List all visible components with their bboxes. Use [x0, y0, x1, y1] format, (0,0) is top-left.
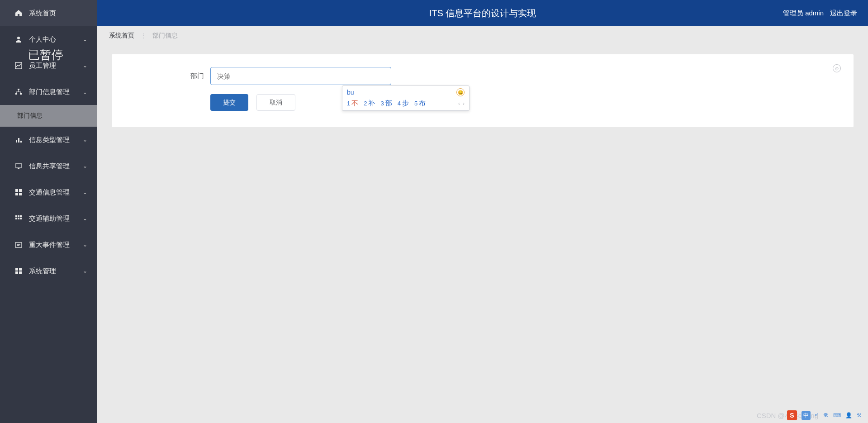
svg-rect-9 — [18, 168, 19, 169]
nav-dept[interactable]: 部门信息管理 ⌃ — [0, 79, 97, 105]
share-icon — [14, 162, 23, 170]
logout-link[interactable]: 退出登录 — [830, 9, 857, 18]
breadcrumb-home[interactable]: 系统首页 — [109, 32, 134, 40]
svg-rect-2 — [18, 89, 19, 90]
ime-taskbar: S 中 •ʼ 🛠 ⌨ 👤 ⚒ — [787, 410, 862, 420]
grid-icon — [14, 188, 23, 196]
svg-rect-16 — [20, 215, 22, 217]
svg-rect-10 — [15, 189, 18, 192]
nav-traffic[interactable]: 交通信息管理 ⌄ — [0, 179, 97, 205]
nav-label: 系统首页 — [29, 9, 87, 18]
svg-rect-21 — [15, 268, 18, 271]
ime-punct-icon[interactable]: •ʼ — [815, 412, 819, 418]
nav-label: 交通辅助管理 — [29, 214, 83, 223]
nav-label: 信息共享管理 — [29, 162, 83, 171]
dept-label: 部门 — [130, 72, 210, 81]
nav-share[interactable]: 信息共享管理 ⌄ — [0, 153, 97, 179]
chart-icon — [14, 62, 23, 70]
user-icon — [14, 35, 23, 43]
ime-candidate[interactable]: 3部 — [380, 99, 392, 108]
sogou-icon[interactable]: S — [787, 410, 797, 420]
nav-infotype[interactable]: 信息类型管理 ⌄ — [0, 127, 97, 153]
svg-rect-19 — [20, 218, 22, 219]
nav-label: 系统管理 — [29, 267, 83, 276]
chevron-down-icon: ⌄ — [83, 62, 87, 69]
home-icon — [14, 9, 23, 17]
ime-candidate[interactable]: 4步 — [398, 99, 409, 108]
svg-rect-14 — [15, 215, 17, 217]
chevron-down-icon: ⌄ — [83, 189, 87, 195]
ime-popup[interactable]: bu 😊 1不 2补 3部 4步 5布 ‹› — [342, 86, 470, 111]
nav-profile[interactable]: 个人中心 ⌄ — [0, 26, 97, 52]
nav-label: 交通信息管理 — [29, 188, 83, 197]
svg-rect-20 — [15, 242, 22, 247]
svg-rect-3 — [15, 93, 17, 95]
nav-event[interactable]: 重大事件管理 ⌄ — [0, 232, 97, 258]
subnav-label: 部门信息 — [17, 112, 43, 120]
svg-rect-8 — [16, 163, 21, 168]
svg-rect-11 — [19, 189, 22, 192]
breadcrumb: 系统首页 ⋮ 部门信息 — [97, 26, 868, 45]
grid2-icon — [14, 214, 23, 223]
chevron-left-icon[interactable]: ‹ — [458, 100, 460, 107]
chevron-right-icon[interactable]: › — [463, 100, 465, 107]
app-title: ITS 信息平台的设计与实现 — [429, 7, 536, 19]
svg-rect-15 — [18, 215, 19, 217]
svg-rect-23 — [15, 271, 18, 274]
chevron-down-icon: ⌄ — [83, 268, 87, 274]
user-label[interactable]: 管理员 admin — [783, 9, 824, 18]
event-icon — [14, 241, 23, 249]
gear-icon — [14, 267, 23, 275]
nav-home[interactable]: 系统首页 — [0, 0, 97, 26]
tree-icon — [14, 88, 23, 96]
ime-candidate[interactable]: 5布 — [414, 99, 426, 108]
nav-system[interactable]: 系统管理 ⌄ — [0, 258, 97, 284]
ime-emoji-icon[interactable]: 😊 — [456, 88, 465, 96]
svg-rect-17 — [15, 218, 17, 219]
ime-tool-icon[interactable]: 🛠 — [823, 412, 829, 418]
svg-rect-24 — [19, 271, 22, 274]
breadcrumb-sep-icon: ⋮ — [141, 33, 146, 39]
form-card: ⊙ 部门 提交 取消 — [112, 54, 854, 127]
svg-rect-12 — [15, 193, 18, 195]
svg-rect-4 — [20, 93, 22, 95]
svg-rect-18 — [18, 218, 19, 219]
chevron-down-icon: ⌄ — [83, 242, 87, 248]
ime-keyboard-icon[interactable]: ⌨ — [833, 412, 841, 418]
nav-label: 部门信息管理 — [29, 88, 83, 96]
cancel-button[interactable]: 取消 — [256, 94, 295, 111]
svg-rect-6 — [18, 138, 19, 143]
ime-candidate[interactable]: 2补 — [364, 99, 375, 108]
chevron-up-icon: ⌃ — [83, 89, 87, 95]
chevron-down-icon: ⌄ — [83, 163, 87, 169]
svg-rect-13 — [19, 193, 22, 195]
main-area: ITS 信息平台的设计与实现 管理员 admin 退出登录 系统首页 ⋮ 部门信… — [97, 0, 868, 423]
nav-staff[interactable]: 员工管理 ⌄ — [0, 52, 97, 79]
nav-traffic-aux[interactable]: 交通辅助管理 ⌄ — [0, 205, 97, 232]
chevron-down-icon: ⌄ — [83, 36, 87, 43]
svg-rect-22 — [19, 268, 22, 271]
chevron-down-icon: ⌄ — [83, 137, 87, 143]
nav-label: 个人中心 — [29, 35, 83, 44]
nav-label: 信息类型管理 — [29, 136, 83, 144]
ime-buffer: bu — [347, 89, 354, 96]
dept-input[interactable] — [210, 67, 391, 85]
subnav-dept-info[interactable]: 部门信息 — [0, 105, 97, 127]
ime-lang[interactable]: 中 — [802, 411, 811, 420]
nav-label: 员工管理 — [29, 62, 83, 70]
ime-menu-icon[interactable]: ⚒ — [857, 412, 862, 418]
topbar: ITS 信息平台的设计与实现 管理员 admin 退出登录 — [97, 0, 868, 26]
svg-rect-7 — [20, 141, 22, 143]
breadcrumb-current: 部门信息 — [152, 32, 178, 40]
ime-pager[interactable]: ‹› — [458, 100, 465, 107]
nav-label: 重大事件管理 — [29, 241, 83, 249]
bar-icon — [14, 136, 23, 144]
ime-candidate[interactable]: 1不 — [347, 99, 358, 108]
submit-button[interactable]: 提交 — [210, 94, 248, 111]
svg-rect-5 — [16, 140, 17, 143]
svg-point-0 — [17, 37, 20, 39]
chevron-down-icon: ⌄ — [83, 215, 87, 222]
ime-user-icon[interactable]: 👤 — [845, 412, 852, 418]
sidebar: 系统首页 个人中心 ⌄ 员工管理 ⌄ 部门信息管理 ⌃ 部门信息 信息类型管理 … — [0, 0, 97, 423]
